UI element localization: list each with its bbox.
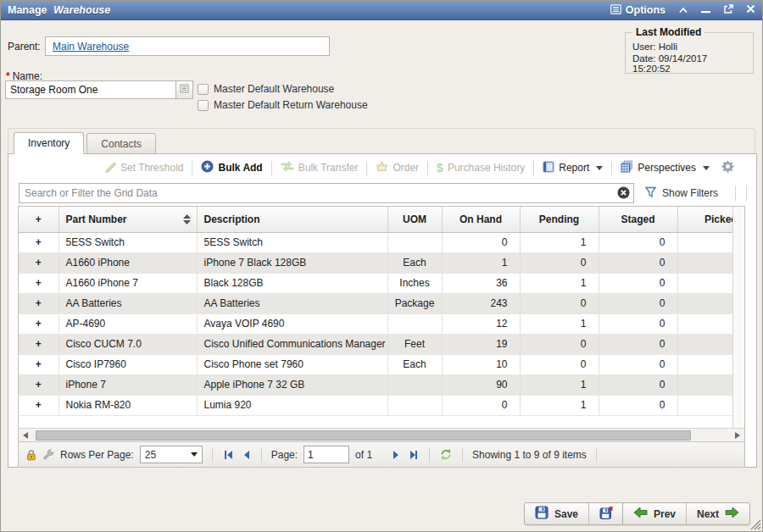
scrollbar-thumb[interactable] <box>36 430 691 441</box>
wrench-icon[interactable] <box>42 449 54 461</box>
pager-bar: Rows Per Page: 25 Page: of 1 <box>19 441 744 467</box>
save-button[interactable]: Save <box>525 503 588 524</box>
dropdown-arrow-icon <box>191 452 198 457</box>
parent-warehouse-link[interactable]: Main Warehouse <box>53 41 129 53</box>
bulk-add-button[interactable]: Bulk Add <box>195 158 268 177</box>
cell-desc: Lumia 920 <box>197 395 387 415</box>
bulk-transfer-button[interactable]: Bulk Transfer <box>275 158 365 177</box>
header-staged[interactable]: Staged <box>599 207 677 232</box>
grid-settings-button[interactable] <box>716 158 740 177</box>
collapse-button[interactable] <box>678 4 688 16</box>
scroll-left-button[interactable] <box>19 429 32 441</box>
prev-page-button[interactable] <box>240 449 252 461</box>
next-button[interactable]: Next <box>686 503 749 524</box>
cell-uom: Feet <box>387 334 442 354</box>
cell-picked-up <box>677 252 732 273</box>
cell-on-hand: 0 <box>442 395 520 415</box>
header-picked-up[interactable]: Picked Up <box>677 207 732 232</box>
close-button[interactable] <box>746 4 755 16</box>
header-uom[interactable]: UOM <box>387 207 442 232</box>
page-number-input[interactable] <box>304 446 349 463</box>
cell-on-hand: 36 <box>442 273 520 293</box>
purchase-history-button[interactable]: $ Purchase History <box>431 158 531 177</box>
table-row[interactable]: +iPhone 7Apple iPhone 7 32 GB9010 <box>19 374 732 395</box>
table-row[interactable]: +Cisco IP7960Cisco Phone set 7960Each100… <box>19 354 732 374</box>
tab-contacts[interactable]: Contacts <box>86 133 155 154</box>
close-icon <box>746 4 755 16</box>
scroll-right-button[interactable] <box>731 429 744 441</box>
row-expand-cell[interactable]: + <box>19 313 58 334</box>
table-row[interactable]: +AP-4690Avaya VOIP 46901210 <box>19 313 732 334</box>
cell-uom: Package <box>387 293 442 313</box>
clear-search-button[interactable] <box>617 186 630 199</box>
master-default-warehouse-label: Master Default Warehouse <box>214 83 334 95</box>
cell-picked-up <box>677 273 732 293</box>
resize-grip[interactable] <box>750 519 761 530</box>
header-pending[interactable]: Pending <box>520 207 599 232</box>
cell-uom: Inches <box>387 273 442 293</box>
header-description[interactable]: Description <box>197 207 387 232</box>
cell-on-hand: 90 <box>442 374 520 395</box>
row-expand-cell[interactable]: + <box>19 252 58 273</box>
header-expand: + <box>19 207 58 232</box>
inventory-grid: + Part Number Description UOM On Hand Pe… <box>18 206 745 468</box>
cell-on-hand: 243 <box>442 293 520 313</box>
master-default-return-warehouse-checkbox[interactable] <box>198 100 209 111</box>
order-button[interactable]: Order <box>370 158 425 177</box>
master-default-warehouse-checkbox[interactable] <box>198 84 209 95</box>
minimize-button[interactable] <box>701 4 710 16</box>
sort-icon[interactable] <box>183 214 191 224</box>
cell-desc: Cisco Unified Communications Manager <box>197 334 387 354</box>
row-expand-cell[interactable]: + <box>19 354 58 374</box>
options-menu-icon <box>610 4 621 17</box>
cell-pending: 1 <box>520 232 599 252</box>
prev-button[interactable]: Prev <box>623 503 686 524</box>
refresh-icon[interactable] <box>439 448 453 461</box>
show-filters-button[interactable]: Show Filters <box>644 186 718 201</box>
tab-inventory[interactable]: Inventory <box>14 132 84 154</box>
cell-uom <box>387 232 442 252</box>
rows-per-page-label: Rows Per Page: <box>60 449 134 461</box>
name-lookup-trigger-button[interactable] <box>175 81 192 98</box>
lock-icon[interactable] <box>25 449 36 461</box>
cell-staged: 0 <box>599 354 677 374</box>
report-dropdown-button[interactable]: Report <box>537 158 609 177</box>
table-row[interactable]: +A1660 iPhone 7Black 128GBInches3610 <box>19 273 732 293</box>
search-input[interactable] <box>19 183 634 203</box>
window-title-emphasis: Warehouse <box>53 4 110 16</box>
cell-pending: 1 <box>520 395 599 415</box>
header-on-hand[interactable]: On Hand <box>442 207 520 232</box>
report-book-icon <box>543 161 554 175</box>
row-expand-cell[interactable]: + <box>19 374 58 395</box>
last-page-button[interactable] <box>408 449 420 461</box>
row-expand-cell[interactable]: + <box>19 232 58 252</box>
cell-picked-up <box>677 293 732 313</box>
table-row[interactable]: +Cisco CUCM 7.0Cisco Unified Communicati… <box>19 334 732 354</box>
table-row[interactable]: +AA BatteriesAA BatteriesPackage24300 <box>19 293 732 313</box>
row-expand-cell[interactable]: + <box>19 395 58 415</box>
cell-part: AA Batteries <box>58 293 197 313</box>
name-input[interactable] <box>6 81 175 98</box>
cell-pending: 0 <box>520 334 599 354</box>
vertical-scrollbar[interactable] <box>732 207 744 428</box>
save-and-close-button[interactable] <box>588 503 624 524</box>
transfer-arrows-icon <box>281 161 294 175</box>
header-part-number[interactable]: Part Number <box>58 207 197 232</box>
prev-arrow-icon <box>633 507 648 521</box>
cell-picked-up <box>677 313 732 334</box>
rows-per-page-select[interactable]: 25 <box>140 446 203 463</box>
table-row[interactable]: +Nokia RM-820Lumia 920010 <box>19 395 732 415</box>
set-threshold-button[interactable]: Set Threshold <box>98 158 190 177</box>
row-expand-cell[interactable]: + <box>19 273 58 293</box>
perspectives-dropdown-button[interactable]: Perspectives <box>615 158 716 177</box>
table-row[interactable]: +A1660 iPhoneiPhone 7 Black 128GBEach100 <box>19 252 732 273</box>
options-button[interactable]: Options <box>610 4 666 17</box>
popout-button[interactable] <box>723 4 733 17</box>
plus-circle-icon <box>201 160 214 175</box>
cell-picked-up <box>677 232 732 252</box>
next-page-button[interactable] <box>390 449 402 461</box>
first-page-button[interactable] <box>222 449 234 461</box>
table-row[interactable]: +5ESS Switch5ESS Switch010 <box>19 232 732 252</box>
row-expand-cell[interactable]: + <box>19 293 58 313</box>
row-expand-cell[interactable]: + <box>19 334 58 354</box>
